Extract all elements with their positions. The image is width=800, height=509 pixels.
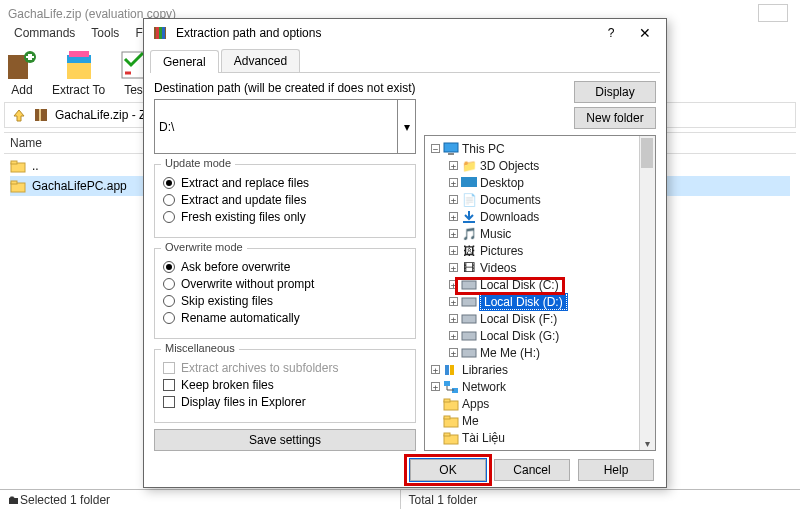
svg-rect-24: [462, 315, 476, 323]
svg-rect-9: [39, 109, 41, 121]
expander-icon[interactable]: +: [449, 331, 458, 340]
tab-general[interactable]: General: [150, 50, 219, 73]
expander-icon[interactable]: +: [449, 161, 458, 170]
svg-rect-6: [69, 51, 89, 57]
radio-extract-update[interactable]: Extract and update files: [163, 193, 407, 207]
tree-music[interactable]: Music: [480, 227, 511, 241]
save-settings-button[interactable]: Save settings: [154, 429, 416, 451]
check-keep-broken[interactable]: Keep broken files: [163, 378, 407, 392]
status-right: Total 1 folder: [401, 490, 801, 510]
miscellaneous-legend: Miscellaneous: [161, 342, 239, 354]
expander-icon[interactable]: +: [431, 365, 440, 374]
folder-icon: [443, 414, 459, 428]
archive-icon: [33, 107, 49, 123]
destination-path-label: Destination path (will be created if doe…: [154, 81, 416, 95]
tree-disk-f[interactable]: Local Disk (F:): [480, 312, 557, 326]
svg-rect-17: [162, 27, 165, 39]
breadcrumb-text: GachaLife.zip - ZI: [55, 108, 150, 122]
dialog-help-button[interactable]: ?: [598, 23, 624, 43]
toolbar-add-button[interactable]: Add: [6, 49, 38, 97]
svg-rect-21: [463, 221, 475, 223]
dialog-close-button[interactable]: ✕: [632, 23, 658, 43]
radio-extract-replace[interactable]: Extract and replace files: [163, 176, 407, 190]
svg-rect-20: [461, 177, 477, 187]
tree-tailieu[interactable]: Tài Liệu: [462, 431, 505, 445]
toolbar-add-label: Add: [11, 83, 32, 97]
up-icon[interactable]: [11, 107, 27, 123]
check-display-explorer[interactable]: Display files in Explorer: [163, 395, 407, 409]
miscellaneous-group: Miscellaneous Extract archives to subfol…: [154, 349, 416, 423]
radio-fresh-existing[interactable]: Fresh existing files only: [163, 210, 407, 224]
up-label: ..: [32, 159, 39, 173]
radio-rename-auto[interactable]: Rename automatically: [163, 311, 407, 325]
status-bar: 🖿 Selected 1 folder Total 1 folder: [0, 489, 800, 509]
expander-icon[interactable]: +: [449, 246, 458, 255]
tree-documents[interactable]: Documents: [480, 193, 541, 207]
svg-rect-36: [444, 433, 450, 436]
ok-button[interactable]: OK: [410, 459, 486, 481]
cancel-button[interactable]: Cancel: [494, 459, 570, 481]
expander-icon[interactable]: +: [449, 212, 458, 221]
new-folder-button[interactable]: New folder: [574, 107, 656, 129]
tree-disk-c[interactable]: Local Disk (C:): [480, 278, 559, 292]
expander-icon[interactable]: −: [431, 144, 440, 153]
expander-icon[interactable]: +: [449, 314, 458, 323]
radio-overwrite-noprompt[interactable]: Overwrite without prompt: [163, 277, 407, 291]
svg-rect-29: [444, 381, 450, 386]
tree-desktop[interactable]: Desktop: [480, 176, 524, 190]
radio-ask-before[interactable]: Ask before overwrite: [163, 260, 407, 274]
tree-downloads[interactable]: Downloads: [480, 210, 539, 224]
menu-tools[interactable]: Tools: [91, 26, 119, 40]
tab-advanced[interactable]: Advanced: [221, 49, 300, 72]
status-left: 🖿 Selected 1 folder: [0, 490, 401, 510]
documents-icon: 📄: [461, 193, 477, 207]
dialog-titlebar: Extraction path and options ? ✕: [144, 19, 666, 47]
svg-rect-34: [444, 416, 450, 419]
expander-icon[interactable]: +: [431, 382, 440, 391]
tree-apps[interactable]: Apps: [462, 397, 489, 411]
desktop-icon: [461, 176, 477, 190]
toolbar-extract-button[interactable]: Extract To: [52, 49, 105, 97]
tree-disk-h[interactable]: Me Me (H:): [480, 346, 540, 360]
update-mode-group: Update mode Extract and replace files Ex…: [154, 164, 416, 238]
tree-network[interactable]: Network: [462, 380, 506, 394]
svg-rect-32: [444, 399, 450, 402]
tree-scrollbar[interactable]: ▴ ▾: [639, 136, 655, 450]
extraction-dialog: Extraction path and options ? ✕ General …: [143, 18, 667, 488]
destination-path-input[interactable]: D:\ ▾: [154, 99, 416, 154]
tree-this-pc[interactable]: This PC: [462, 142, 505, 156]
expander-icon[interactable]: +: [449, 229, 458, 238]
expander-icon[interactable]: +: [449, 280, 458, 289]
radio-skip-existing[interactable]: Skip existing files: [163, 294, 407, 308]
menu-commands[interactable]: Commands: [14, 26, 75, 40]
svg-rect-13: [11, 181, 17, 184]
libraries-icon: [443, 363, 459, 377]
tree-3d-objects[interactable]: 3D Objects: [480, 159, 539, 173]
tree-pictures[interactable]: Pictures: [480, 244, 523, 258]
destination-dropdown-icon[interactable]: ▾: [397, 100, 415, 153]
add-icon: [6, 49, 38, 81]
tree-disk-g[interactable]: Local Disk (G:): [480, 329, 559, 343]
tree-me[interactable]: Me: [462, 414, 479, 428]
svg-rect-19: [448, 153, 454, 155]
videos-icon: 🎞: [461, 261, 477, 275]
tree-disk-d[interactable]: Local Disk (D:): [480, 294, 567, 310]
expander-icon[interactable]: +: [449, 178, 458, 187]
folder-tree[interactable]: − This PC +📁3D Objects +Desktop +📄Docume…: [424, 135, 656, 451]
disk-icon: [461, 312, 477, 326]
check-extract-to-subfolders: Extract archives to subfolders: [163, 361, 407, 375]
expander-icon[interactable]: +: [449, 297, 458, 306]
expander-icon[interactable]: +: [449, 348, 458, 357]
expander-icon[interactable]: +: [449, 263, 458, 272]
expander-icon[interactable]: +: [449, 195, 458, 204]
scroll-down-icon[interactable]: ▾: [641, 436, 653, 450]
disk-icon: [461, 346, 477, 360]
scroll-thumb[interactable]: [641, 138, 653, 168]
music-icon: 🎵: [461, 227, 477, 241]
help-button[interactable]: Help: [578, 459, 654, 481]
window-min-button[interactable]: [758, 4, 788, 22]
tree-libraries[interactable]: Libraries: [462, 363, 508, 377]
tree-videos[interactable]: Videos: [480, 261, 516, 275]
display-button[interactable]: Display: [574, 81, 656, 103]
svg-rect-25: [462, 332, 476, 340]
